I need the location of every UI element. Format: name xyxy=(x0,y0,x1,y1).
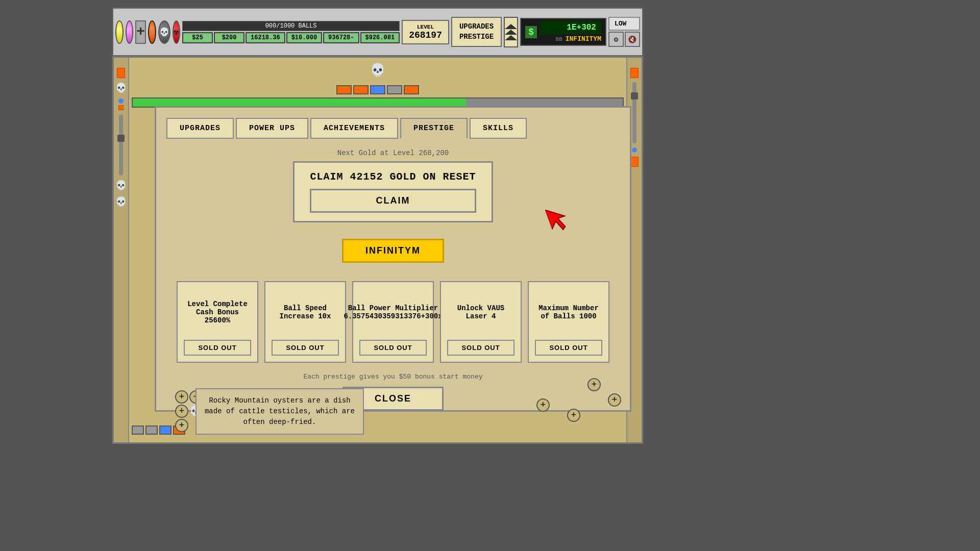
upgrade-name-3: Ball Power Multiplier 6.3575430359313376… xyxy=(344,288,442,336)
currency-row: $25 $200 16218.36 $10.000 936728- $926.0… xyxy=(182,32,400,43)
scattered-plus-3[interactable]: + xyxy=(567,409,580,422)
right-orange-block-2 xyxy=(630,157,639,167)
money-value: 1E+302 xyxy=(540,21,601,34)
upgrade-card-2: Ball Speed Increase 10x SOLD OUT xyxy=(264,281,346,363)
bottom-plus-1[interactable]: + xyxy=(175,390,188,404)
scattered-plus-4[interactable]: + xyxy=(608,393,621,407)
mute-button[interactable]: 🔇 xyxy=(625,32,640,47)
settings-area: LOW ⚙ 🔇 xyxy=(608,17,640,47)
next-gold-label: Next Gold at Level 268,200 xyxy=(166,149,620,157)
currency-5: 936728- xyxy=(323,32,359,43)
left-slider-track[interactable] xyxy=(119,114,123,176)
sold-out-btn-1[interactable]: SOLD OUT xyxy=(184,340,251,356)
right-slider-track[interactable] xyxy=(632,82,636,143)
seg-blue xyxy=(370,85,385,94)
side-bar-left: 💀 💀 💀 xyxy=(114,58,129,442)
currency-3: 16218.36 xyxy=(246,32,285,43)
scattered-plus-1[interactable]: + xyxy=(536,398,550,412)
top-bar: + 💀 ☢ 000/1000 BALLS $25 $200 16218.36 $… xyxy=(112,8,643,56)
settings-icons: ⚙ 🔇 xyxy=(608,32,640,47)
top-segment-area: 💀 xyxy=(132,63,624,108)
yellow-ball-icon[interactable] xyxy=(115,20,124,44)
left-blue-dot xyxy=(118,98,124,104)
balls-count: 000/1000 BALLS xyxy=(182,21,400,31)
sold-out-btn-4[interactable]: SOLD OUT xyxy=(447,340,514,356)
tab-upgrades[interactable]: UPGRADES xyxy=(166,118,234,139)
sold-out-btn-5[interactable]: SOLD OUT xyxy=(535,340,602,356)
tab-skills[interactable]: SKILLS xyxy=(470,118,527,139)
modal-tabs: UPGRADES POWER UPS ACHIEVEMENTS PRESTIGE… xyxy=(166,118,620,139)
upgrade-name-5: Maximum Number of Balls 1000 xyxy=(535,288,602,336)
bottom-plus-3[interactable]: + xyxy=(175,405,188,418)
claim-button[interactable]: CLAIM xyxy=(310,189,476,213)
upgrade-card-1: Level Complete Cash Bonus 25600% SOLD OU… xyxy=(177,281,258,363)
right-slider-thumb[interactable] xyxy=(631,92,638,99)
upgrade-card-3: Ball Power Multiplier 6.3575430359313376… xyxy=(352,281,434,363)
scattered-plus-2[interactable]: + xyxy=(587,378,601,391)
infinitym-button[interactable]: INFINITYM xyxy=(342,239,444,263)
upgrade-card-5: Maximum Number of Balls 1000 SOLD OUT xyxy=(528,281,609,363)
right-blue-dot xyxy=(632,147,637,153)
bottom-plus-5[interactable]: + xyxy=(175,419,188,432)
fact-box: Rocky Mountain oysters are a dish made o… xyxy=(195,388,364,435)
prestige-modal: UPGRADES POWER UPS ACHIEVEMENTS PRESTIGE… xyxy=(155,106,631,412)
money-display: $ 1E+302 BB INFINITYM xyxy=(520,18,606,46)
left-skull-1: 💀 xyxy=(115,82,127,94)
game-area: 💀 💀 💀 💀 xyxy=(112,56,643,444)
infinitym-area: INFINITYM xyxy=(166,231,620,271)
skull-ball-icon[interactable]: 💀 xyxy=(158,20,170,44)
quality-button[interactable]: LOW xyxy=(608,17,640,31)
seg-gray xyxy=(387,85,402,94)
currency-bar: 000/1000 BALLS $25 $200 16218.36 $10.000… xyxy=(182,21,400,43)
seg-orange-1 xyxy=(336,85,352,94)
left-skull-3: 💀 xyxy=(115,196,127,208)
currency-6: $926.081 xyxy=(360,32,400,43)
sold-out-btn-2[interactable]: SOLD OUT xyxy=(272,340,339,356)
seg-orange-2 xyxy=(353,85,369,94)
orange-ball-icon[interactable] xyxy=(148,20,156,44)
settings-gear-button[interactable]: ⚙ xyxy=(608,32,624,47)
level-display: LEVEL 268197 xyxy=(402,20,449,44)
chevron-1 xyxy=(505,24,517,29)
tab-achievements[interactable]: ACHIEVEMENTS xyxy=(310,118,398,139)
dollar-sign: $ xyxy=(525,26,537,38)
upgrade-card-4: Unlock VAUS Laser 4 SOLD OUT xyxy=(440,281,522,363)
currency-name: INFINITYM xyxy=(566,35,601,43)
top-skull: 💀 xyxy=(370,63,385,78)
tab-prestige[interactable]: PRESTIGE xyxy=(400,118,468,139)
bottom-seg-gray-2 xyxy=(145,425,158,435)
add-ball-button[interactable]: + xyxy=(135,20,146,44)
progress-bar-fill xyxy=(133,98,466,107)
modal-body: Next Gold at Level 268,200 CLAIM 42152 G… xyxy=(166,149,620,411)
upgrade-name-4: Unlock VAUS Laser 4 xyxy=(447,288,514,336)
left-slider-thumb[interactable] xyxy=(117,135,125,142)
left-orange-small xyxy=(118,105,124,110)
rank-icon[interactable] xyxy=(504,17,518,47)
segment-bar xyxy=(132,80,624,94)
claim-box: CLAIM 42152 GOLD ON RESET CLAIM xyxy=(293,161,493,222)
currency-1: $25 xyxy=(182,32,213,43)
currency-2: $200 xyxy=(214,32,244,43)
upgrades-prestige-button[interactable]: UPGRADES PRESTIGE xyxy=(451,17,502,47)
chevron-3 xyxy=(505,35,517,40)
prestige-bonus-text: Each prestige gives you $50 bonus start … xyxy=(166,373,620,381)
claim-text: CLAIM 42152 GOLD ON RESET xyxy=(310,171,476,183)
pink-ball-icon[interactable] xyxy=(126,20,134,44)
bottom-seg-gray-1 xyxy=(132,425,144,435)
right-orange-block-1 xyxy=(630,68,639,78)
upgrade-name-1: Level Complete Cash Bonus 25600% xyxy=(184,288,251,336)
bb-label: BB xyxy=(556,36,562,42)
seg-orange-3 xyxy=(404,85,419,94)
radioactive-ball-icon[interactable]: ☢ xyxy=(173,20,181,44)
chevron-2 xyxy=(505,30,517,35)
sold-out-btn-3[interactable]: SOLD OUT xyxy=(359,340,427,356)
bottom-seg-blue xyxy=(159,425,172,435)
left-orange-block-1 xyxy=(117,68,125,78)
rank-chevrons xyxy=(505,24,517,40)
tab-powerups[interactable]: POWER UPS xyxy=(236,118,308,139)
upgrade-name-2: Ball Speed Increase 10x xyxy=(272,288,339,336)
left-skull-2: 💀 xyxy=(115,180,127,192)
currency-4: $10.000 xyxy=(286,32,322,43)
upgrade-cards: Level Complete Cash Bonus 25600% SOLD OU… xyxy=(166,281,620,363)
